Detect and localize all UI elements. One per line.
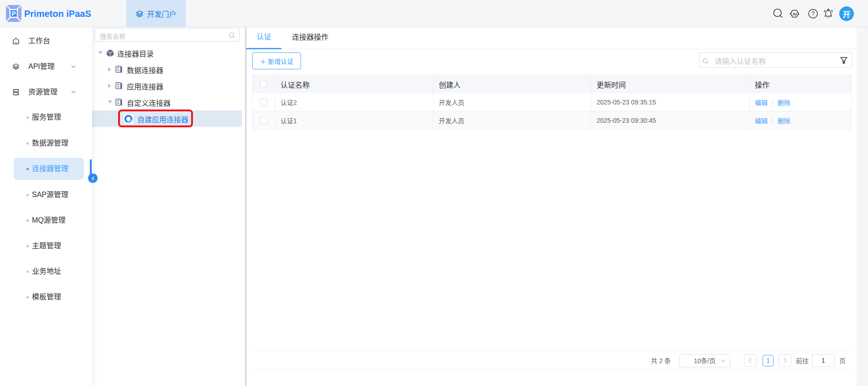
svg-text:P: P: [11, 10, 16, 17]
svg-text:AI: AI: [793, 12, 797, 16]
svg-text:?: ?: [811, 10, 815, 17]
